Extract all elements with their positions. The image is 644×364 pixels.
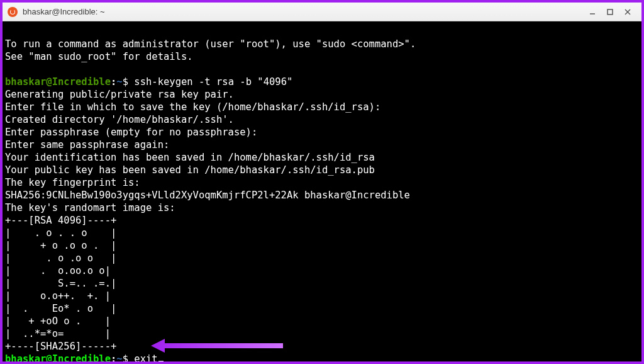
term-line: Generating public/private rsa key pair. (5, 89, 234, 100)
term-line: Enter passphrase (empty for no passphras… (5, 127, 257, 138)
maximize-icon (606, 8, 614, 16)
command-text: ssh-keygen -t rsa -b "4096" (128, 76, 292, 88)
randomart-line: | . o .o o | (5, 253, 116, 264)
randomart-line: | o.o++. +. | (5, 290, 111, 302)
randomart-line: | . o.oo.o o| (5, 265, 111, 276)
minimize-icon (589, 8, 596, 16)
prompt-userhost: bhaskar@Incredible (5, 353, 111, 361)
prompt-path: ~ (116, 76, 122, 88)
term-line: SHA256:9CNLheBw190o3ygqs+VLld2XyVoqmKmjr… (5, 190, 410, 201)
term-line: The key fingerprint is: (5, 177, 140, 188)
term-line: The key's randomart image is: (5, 202, 175, 213)
svg-rect-1 (608, 9, 613, 14)
maximize-button[interactable] (601, 6, 619, 18)
term-line: Enter file in which to save the key (/ho… (5, 101, 380, 113)
prompt-dollar: $ (123, 353, 128, 361)
prompt-path: ~ (116, 353, 122, 361)
prompt-userhost: bhaskar@Incredible (5, 76, 111, 88)
term-line: See "man sudo_root" for details. (5, 51, 193, 62)
prompt-colon: : (111, 76, 116, 88)
randomart-line: | ..*=*o= | (5, 328, 111, 339)
prompt-colon: : (111, 353, 116, 361)
randomart-line: | . o . . o | (5, 227, 116, 239)
randomart-line: +----[SHA256]-----+ (5, 341, 116, 352)
command-text: exit (128, 353, 158, 361)
term-line: Your public key has been saved in /home/… (5, 164, 375, 176)
terminal-window: bhaskar@Incredible: ~ To run a command a… (3, 3, 641, 361)
term-line: To run a command as administrator (user … (5, 38, 416, 50)
close-icon (624, 8, 631, 16)
randomart-line: | + o .o o . | (5, 240, 116, 251)
randomart-line: | . Eo* . o | (5, 303, 116, 314)
cursor (158, 361, 164, 361)
close-button[interactable] (619, 6, 636, 18)
randomart-line: +---[RSA 4096]----+ (5, 215, 116, 226)
term-line: Created directory '/home/bhaskar/.ssh'. (5, 114, 234, 125)
titlebar[interactable]: bhaskar@Incredible: ~ (3, 3, 641, 21)
prompt-dollar: $ (123, 76, 128, 88)
term-line: Your identification has been saved in /h… (5, 152, 375, 163)
terminal-body[interactable]: To run a command as administrator (user … (3, 21, 641, 361)
window-title: bhaskar@Incredible: ~ (23, 7, 105, 16)
minimize-button[interactable] (584, 6, 601, 18)
term-line: Enter same passphrase again: (5, 139, 169, 151)
randomart-line: | + +oO o . | (5, 316, 111, 327)
ubuntu-icon (8, 7, 18, 17)
randomart-line: | S.=.. .=.| (5, 278, 116, 289)
